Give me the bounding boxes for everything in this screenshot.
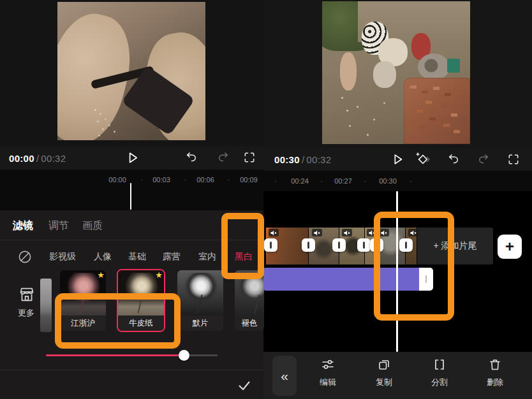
speaker-muted-icon: [368, 230, 376, 236]
filter-thumb-mopian[interactable]: 默片: [177, 270, 223, 331]
keyframe-button[interactable]: [415, 151, 431, 168]
filter-name: 牛皮纸: [118, 316, 164, 331]
category-portrait[interactable]: 人像: [94, 251, 112, 263]
toolbar-copy-button[interactable]: 复制: [364, 357, 404, 388]
right-redo-button[interactable]: [477, 153, 490, 166]
shavings-speckles: [94, 109, 96, 111]
right-playhead[interactable]: [396, 191, 398, 352]
clip-muted-icon: [367, 229, 377, 236]
confirm-button[interactable]: [237, 378, 252, 393]
speaker-muted-icon: [410, 230, 417, 236]
category-row: 影视级 人像 基础 露营 室内 黑白: [0, 251, 263, 264]
bending-person: [373, 61, 396, 88]
ruler-dot: ·: [227, 176, 230, 184]
ruler-dot: ·: [274, 177, 277, 185]
add-clip-button[interactable]: +: [498, 235, 522, 259]
toolbar-delete-button[interactable]: 删除: [475, 357, 515, 388]
left-play-button[interactable]: [125, 150, 140, 165]
girl-figure: [340, 52, 357, 91]
clip-muted-icon: [342, 229, 352, 236]
bottom-divider: [0, 370, 263, 370]
category-camping[interactable]: 露营: [163, 251, 181, 263]
filter-thumb-image: ★: [118, 270, 164, 316]
favorite-star-icon: ★: [97, 270, 105, 280]
transition-button[interactable]: [357, 238, 371, 252]
edit-sliders-icon: [320, 357, 336, 372]
ruler-dot: ·: [410, 177, 412, 185]
undo-icon: [447, 153, 460, 166]
tab-filters[interactable]: 滤镜: [13, 219, 33, 233]
brick-texture: [410, 85, 417, 89]
clip-muted-icon: [269, 229, 279, 236]
toolbar-edit-button[interactable]: 编辑: [307, 357, 348, 388]
partial-thumbnail[interactable]: [40, 279, 52, 332]
right-preview-area: [263, 0, 532, 148]
collapse-toolbar-button[interactable]: «: [272, 356, 297, 396]
current-time: 00:30: [274, 154, 300, 165]
ruler-dot: ·: [184, 176, 186, 184]
right-fullscreen-button[interactable]: [507, 153, 520, 166]
filter-thumb-tuise[interactable]: 褪色: [235, 270, 264, 331]
left-playhead[interactable]: [130, 183, 131, 210]
ruler-tick: 00:06: [196, 176, 214, 184]
transition-button[interactable]: [332, 238, 346, 252]
left-preview-area: [0, 0, 263, 147]
right-video-preview[interactable]: [322, 1, 470, 144]
left-fullscreen-button[interactable]: [243, 151, 256, 164]
filter-thumb-jiangzhehu[interactable]: ★ 江浙沪: [60, 270, 106, 331]
speaker-muted-icon: [380, 230, 388, 236]
category-blackwhite[interactable]: 黑白: [235, 251, 253, 263]
ruler-dot: ·: [320, 177, 323, 185]
right-undo-button[interactable]: [447, 153, 460, 166]
category-basic[interactable]: 基础: [128, 251, 146, 263]
filter-name: 默片: [177, 316, 223, 331]
play-icon: [390, 152, 404, 166]
filter-thumb-niupizhi-selected[interactable]: ★ 牛皮纸: [118, 270, 164, 331]
filter-store-button[interactable]: [18, 286, 36, 303]
store-more-label: 更多: [18, 307, 34, 319]
clip-muted-icon: [312, 229, 322, 236]
filter-name: 江浙沪: [60, 316, 106, 331]
copy-icon: [376, 357, 392, 372]
play-icon: [125, 150, 140, 165]
ruler-tick: 00:24: [291, 177, 309, 185]
speaker-muted-icon: [343, 230, 351, 236]
ruler-tick: 00:03: [152, 176, 170, 184]
left-redo-button[interactable]: [217, 151, 230, 164]
speaker-muted-icon: [313, 230, 321, 236]
toolbar-label: 复制: [376, 377, 392, 388]
speaker-muted-icon: [270, 230, 277, 236]
filter-intensity-slider-filled[interactable]: [46, 354, 184, 356]
right-timeline-ruler[interactable]: · 00:24 · 00:27 · 00:30 ·: [263, 171, 532, 191]
checkmark-icon: [237, 378, 252, 393]
tab-quality[interactable]: 画质: [82, 219, 103, 233]
tab-adjust[interactable]: 调节: [48, 219, 69, 233]
ruler-tick: 00:00: [108, 176, 126, 184]
track-trim-handle[interactable]: [419, 268, 433, 291]
add-ending-button[interactable]: + 添加片尾: [417, 228, 493, 265]
transition-button[interactable]: [370, 238, 383, 252]
rose-image: [236, 273, 264, 302]
teal-bucket: [447, 59, 460, 73]
right-play-button[interactable]: [390, 152, 404, 166]
current-time: 00:00: [9, 153, 34, 164]
clip-muted-icon: [379, 229, 389, 236]
filter-thumb-image: ★: [60, 270, 106, 316]
category-cinematic[interactable]: 影视级: [49, 251, 76, 263]
filter-name: 褪色: [235, 316, 264, 331]
transition-button[interactable]: [399, 238, 413, 252]
ground-stones: [341, 97, 343, 99]
clip-muted-icon: [408, 229, 418, 236]
ruler-tick: 00:27: [334, 177, 352, 185]
left-timeline-ruler[interactable]: 00:00 · 00:03 · 00:06 · 00:09: [0, 170, 263, 210]
ruler-tick: 00:30: [379, 177, 397, 185]
transition-button[interactable]: [302, 238, 315, 252]
redo-icon: [217, 151, 230, 164]
category-indoor[interactable]: 室内: [198, 251, 216, 263]
left-undo-button[interactable]: [185, 151, 198, 164]
left-video-preview[interactable]: [57, 2, 205, 140]
panel-divider: [0, 240, 263, 240]
slider-knob[interactable]: [179, 350, 189, 361]
transition-button[interactable]: [264, 238, 277, 252]
toolbar-split-button[interactable]: 分割: [419, 357, 460, 388]
